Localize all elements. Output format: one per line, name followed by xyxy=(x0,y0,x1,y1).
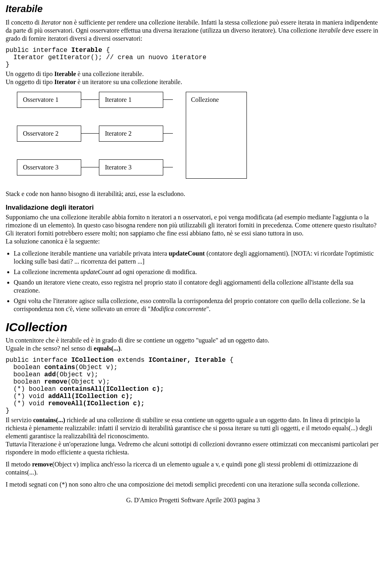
diagram-conn xyxy=(81,167,99,168)
paragraph-remove: Il metodo remove(Object v) implica anch'… xyxy=(6,460,380,477)
diagram-obs2: Osservatore 2 xyxy=(17,126,81,142)
diagram-it1: Iteratore 1 xyxy=(99,92,163,108)
paragraph-stack: Stack e code non hanno bisogno di iterab… xyxy=(6,190,380,198)
page-footer: G. D'Amico Progetti Software Aprile 2003… xyxy=(6,497,380,504)
code-icollection: public interface ICollection extends ICo… xyxy=(6,357,380,415)
diagram-obs3: Osservatore 3 xyxy=(17,159,81,175)
paragraph-iter-tail: Un oggetto di tipo Iterable è una collez… xyxy=(6,70,380,86)
bullet-item: Quando un iteratore viene creato, esso r… xyxy=(14,279,380,295)
diagram-obs1: Osservatore 1 xyxy=(17,92,81,108)
diagram-conn xyxy=(163,99,173,100)
diagram-conn xyxy=(81,133,99,134)
paragraph-invalid: Supponiamo che una collezione iterabile … xyxy=(6,213,380,246)
heading-icollection: ICollection xyxy=(6,320,380,334)
diagram-collection-label: Collezione xyxy=(191,96,219,103)
heading-invalidazione: Invalidazione degli iteratori xyxy=(6,204,380,212)
code-iterable: public interface Iterable { Iterator get… xyxy=(6,47,380,68)
diagram-conn xyxy=(163,167,173,168)
bullet-list: La collezione iterabile mantiene una var… xyxy=(6,250,380,313)
heading-iterabile: Iterabile xyxy=(6,3,380,14)
diagram-it2: Iteratore 2 xyxy=(99,126,163,142)
paragraph-star: I metodi segnati con (*) non sono altro … xyxy=(6,481,380,489)
paragraph-iter-intro: Il concetto di Iterator non è sufficient… xyxy=(6,19,380,43)
bullet-item: La collezione incrementa updateCount ad … xyxy=(14,268,380,276)
bullet-item: La collezione iterabile mantiene una var… xyxy=(14,250,380,266)
diagram-conn xyxy=(163,133,173,134)
diagram-it3: Iteratore 3 xyxy=(99,159,163,175)
paragraph-icoll-intro: Un contenitore che è iterabile ed è in g… xyxy=(6,336,380,353)
diagram-iterators: Collezione Osservatore 1 Iteratore 1 Oss… xyxy=(17,92,380,184)
diagram-conn xyxy=(81,99,99,100)
bullet-item: Ogni volta che l'iteratore agisce sulla … xyxy=(14,297,380,313)
paragraph-contains: Il servizio contains(...) richiede ad un… xyxy=(6,416,380,456)
